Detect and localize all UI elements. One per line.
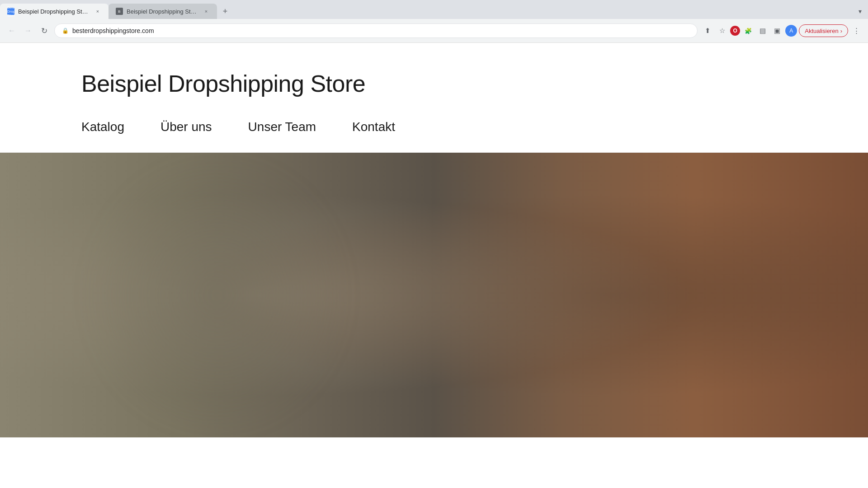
address-text: besterdropshippingstore.com [72,27,154,34]
address-bar: ← → ↻ 🔒 besterdropshippingstore.com ⬆ ☆ … [0,19,868,42]
bookmark-button[interactable]: ☆ [716,24,728,37]
tab-close-1[interactable]: × [94,8,101,15]
reload-button[interactable]: ↻ [38,24,51,37]
lock-icon: 🔒 [62,28,69,34]
new-tab-button[interactable]: + [219,5,231,18]
opera-icon[interactable]: O [730,26,740,36]
profile-icon[interactable]: A [785,25,797,37]
toolbar-right: ⬆ ☆ O 🧩 ▤ ▣ A Aktualisieren › ⋮ [701,24,863,37]
nav-item-uber-uns[interactable]: Über uns [160,120,212,134]
browser-chrome: Beispiel Dropshipping Store Beispiel Dro… [0,0,868,43]
split-button[interactable]: ▣ [771,24,783,37]
tab-bar: Beispiel Dropshipping Store Beispiel Dro… [0,0,868,19]
hero-background [81,153,353,437]
hero-section [0,153,868,437]
nav-item-kontakt[interactable]: Kontakt [352,120,395,134]
share-button[interactable]: ⬆ [701,24,714,37]
tab-inactive[interactable]: B Beispiel Dropshipping Store × [108,4,217,19]
site-title: Beispiel Dropshipping Store [81,70,787,97]
menu-button[interactable]: ⋮ [850,24,863,37]
update-button[interactable]: Aktualisieren › [799,24,848,37]
website-content: Beispiel Dropshipping Store Katalog Über… [0,43,868,437]
extensions-button[interactable]: 🧩 [742,24,755,37]
back-button[interactable]: ← [5,24,18,37]
tab-close-2[interactable]: × [203,8,210,15]
tab-label-1: Beispiel Dropshipping Store ·... [18,8,90,15]
tab-favicon-2: B [116,8,123,15]
site-nav: Katalog Über uns Unser Team Kontakt [81,120,787,134]
update-label: Aktualisieren [805,28,838,34]
tab-dropdown-button[interactable]: ▾ [855,7,864,16]
forward-button[interactable]: → [22,24,34,37]
site-header: Beispiel Dropshipping Store Katalog Über… [0,43,868,153]
tab-label-2: Beispiel Dropshipping Store [127,8,199,15]
update-arrow: › [840,28,842,34]
sidebar-button[interactable]: ▤ [756,24,769,37]
tab-active[interactable]: Beispiel Dropshipping Store Beispiel Dro… [0,4,108,19]
nav-item-unser-team[interactable]: Unser Team [248,120,316,134]
address-input[interactable]: 🔒 besterdropshippingstore.com [54,23,698,38]
tab-favicon-1: Beispiel Dropshipping Store [7,8,14,15]
nav-item-katalog[interactable]: Katalog [81,120,124,134]
